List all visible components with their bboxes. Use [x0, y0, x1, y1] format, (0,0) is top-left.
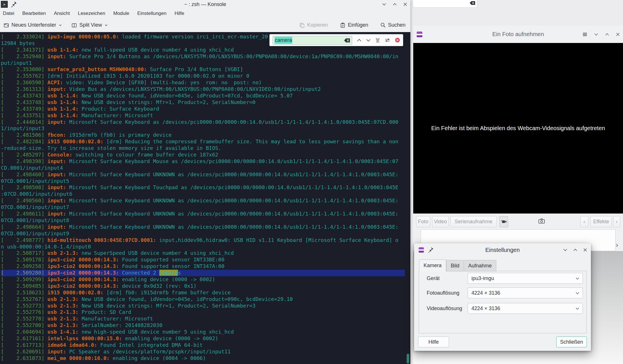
terminal-line: [ 2.552767] usb 2-1.3: New USB device fo…: [1, 296, 410, 303]
search-button[interactable]: Suchen: [380, 22, 405, 28]
terminal-line: 07CD.0001/input/input5: [1, 178, 410, 185]
terminal-line: [ 2.604694] usb 1-4.1: new high-speed US…: [1, 329, 410, 335]
maximize-icon[interactable]: [605, 33, 609, 36]
menu-hilfe[interactable]: Hilfe: [175, 11, 184, 16]
terminal-line: [ 2.361313] input: Video Bus as /devices…: [1, 86, 410, 93]
terminal-line: [ 2.341371] usb 1-1.4: new full-speed US…: [1, 47, 410, 53]
clear-search-icon[interactable]: [344, 38, 350, 43]
search-query-text: camera: [275, 37, 292, 44]
terminal-line: [ 2.617713] idma64 idma64.0: Found Intel…: [1, 342, 410, 349]
close-icon[interactable]: [616, 33, 620, 36]
minimize-icon[interactable]: [594, 33, 598, 36]
terminal-line: [ 2.498611] input: Microsoft Surface Key…: [1, 211, 410, 217]
terminal-line: [ 2.509258] ipu3-cio2 0000:00:14.3: Foun…: [1, 263, 410, 270]
konsole-title: ~ : zsh — Konsole: [0, 1, 410, 7]
paste-icon: [340, 22, 346, 28]
terminal-output[interactable]: [ 2.333024] ipu3-imgu 0000:00:05.0: load…: [0, 32, 410, 364]
menu-datei[interactable]: Datei: [3, 11, 14, 16]
find-previous-icon[interactable]: [357, 39, 361, 42]
terminal-line: [ 2.355762] [drm] Initialized i915 1.6.0…: [1, 73, 410, 79]
chevron-down-icon: [59, 24, 62, 26]
menu-lesezeichen[interactable]: Lesezeichen: [78, 11, 105, 16]
settings-tab-frame: [419, 271, 587, 333]
maximize-icon[interactable]: [573, 249, 577, 251]
terminal-line: [ 2.552778] usb 2-1.3: Manufacturer: Mic…: [1, 316, 410, 322]
tab-kamera[interactable]: Kamera: [419, 259, 446, 271]
camera-toolbar: Foto Video Serienaufnahme ‹ Effekte ›: [413, 214, 623, 229]
video-mode-button[interactable]: Video: [432, 216, 449, 227]
new-tab-label: Neues Unterfenster: [11, 22, 56, 28]
terminal-line: [ 2.508717] usb 2-1.3: new SuperSpeed US…: [1, 250, 410, 257]
terminal-line: -reduced-size. Try to increase stolen me…: [1, 145, 410, 152]
menu-einstellungen[interactable]: Einstellungen: [137, 11, 166, 16]
record-video-button[interactable]: [499, 216, 508, 227]
terminal-line: 07CD.0001/input/input7: [1, 204, 410, 211]
terminal-line: [ 2.353080] surface_pro3_button MSHW0040…: [1, 66, 410, 73]
terminal-line: [ 2.482284] i915 0000:00:02.0: [drm] Red…: [1, 138, 410, 145]
copy-icon: [299, 22, 305, 28]
menu-module[interactable]: Module: [113, 11, 129, 16]
terminal-scrollbar[interactable]: [407, 354, 409, 363]
tab-aufnahme[interactable]: Aufnahme: [464, 260, 496, 271]
photo-mode-button[interactable]: Foto: [416, 216, 430, 227]
new-tab-button[interactable]: Neues Unterfenster: [3, 22, 62, 28]
paste-label: Einfügen: [348, 22, 368, 28]
search-input[interactable]: camera: [273, 36, 352, 45]
minimize-icon[interactable]: [563, 249, 567, 251]
terminal-line: [ 2.552780] usb 2-1.3: SerialNumber: 201…: [1, 322, 410, 329]
terminal-line: 07CD.0001/input/input9: [1, 230, 410, 237]
clear-text-icon[interactable]: [469, 1, 475, 5]
terminal-line: [ 2.552776] usb 2-1.3: Product: SD Card: [1, 309, 410, 316]
terminal-line: CD.0001/input/input4: [1, 165, 410, 171]
find-next-icon[interactable]: [366, 39, 371, 42]
terminal-line: 07CD.0001/input/input8: [1, 217, 410, 224]
effects-prev-button[interactable]: ‹: [580, 216, 588, 227]
close-icon[interactable]: [403, 3, 407, 6]
menu-bearbeiten[interactable]: Bearbeiten: [22, 11, 46, 16]
split-view-icon: [71, 22, 77, 28]
terminal-line: [ 2.552773] usb 2-1.3: New USB device st…: [1, 303, 410, 309]
gallery-next-button[interactable]: ›: [616, 241, 618, 249]
take-photo-icon[interactable]: [538, 218, 545, 224]
background-search-field[interactable]: [413, 0, 477, 8]
camera-titlebar[interactable]: Ein Foto aufnehmen: [413, 26, 623, 43]
highlight-all-icon[interactable]: [375, 38, 380, 42]
terminal-line: [ 2.498508] input: Microsoft Surface Key…: [1, 184, 410, 191]
effects-next-button[interactable]: ›: [613, 216, 620, 227]
close-button[interactable]: Schließen: [556, 336, 587, 347]
help-button[interactable]: Hilfe: [418, 336, 449, 347]
search-label: Suchen: [388, 22, 405, 28]
terminal-line: [ 2.498560] input: Microsoft Surface Key…: [1, 197, 410, 204]
terminal-line: n usb-0000:00:14.0-1.4/input0: [1, 244, 410, 250]
terminal-line: [ 2.509299] ipu3-cio2 0000:00:14.3: enab…: [1, 276, 410, 283]
terminal-line: [ 2.433743] usb 1-1.4: New USB device fo…: [1, 93, 410, 99]
settings-titlebar[interactable]: Einstellungen: [414, 243, 591, 257]
chevron-down-icon: [105, 24, 107, 26]
burst-mode-button[interactable]: Serienaufnahme: [450, 216, 497, 227]
konsole-titlebar[interactable]: > ~ : zsh — Konsole: [0, 0, 410, 9]
tab-bild[interactable]: Bild: [446, 260, 464, 271]
minimize-icon[interactable]: [382, 3, 386, 5]
terminal-line: [ 2.352940] input: Surface Pro 3/4 Butto…: [1, 53, 410, 60]
terminal-line: [ 2.498664] input: Microsoft Surface Key…: [1, 224, 410, 230]
copy-button: Kopieren: [299, 22, 328, 28]
effects-button[interactable]: Effekte: [590, 216, 612, 227]
terminal-line: [ 2.481506] fbcon: i915drmfb (fb0) is pr…: [1, 132, 410, 138]
search-options-icon[interactable]: [385, 38, 390, 42]
terminal-line: [ 2.360590] ACPI: video: Video Device [G…: [1, 79, 410, 86]
split-view-button[interactable]: Split View: [71, 22, 107, 28]
new-tab-icon: [3, 22, 9, 28]
terminal-line: [ 2.433751] usb 1-1.4: Manufacturer: Mic…: [1, 112, 410, 119]
close-icon[interactable]: [583, 248, 587, 252]
terminal-line: [ 2.620691] input: PC Speaker as /device…: [1, 349, 410, 355]
paste-button[interactable]: Einfügen: [340, 22, 368, 28]
terminal-line: [ 2.509485] ipu3-cio2 0000:00:14.3: devi…: [1, 283, 410, 289]
close-search-icon[interactable]: [395, 38, 400, 43]
copy-label: Kopieren: [307, 22, 328, 28]
terminal-line: [ 2.433748] usb 1-1.4: New USB device st…: [1, 99, 410, 106]
terminal-line: [ 2.444014] input: Microsoft Surface Key…: [1, 119, 410, 126]
menu-ansicht[interactable]: Ansicht: [54, 11, 70, 16]
settings-dialog: Einstellungen Kamera Bild Aufnahme Gerät…: [414, 243, 591, 351]
menu-icon[interactable]: [583, 33, 587, 36]
maximize-icon[interactable]: [393, 3, 397, 5]
